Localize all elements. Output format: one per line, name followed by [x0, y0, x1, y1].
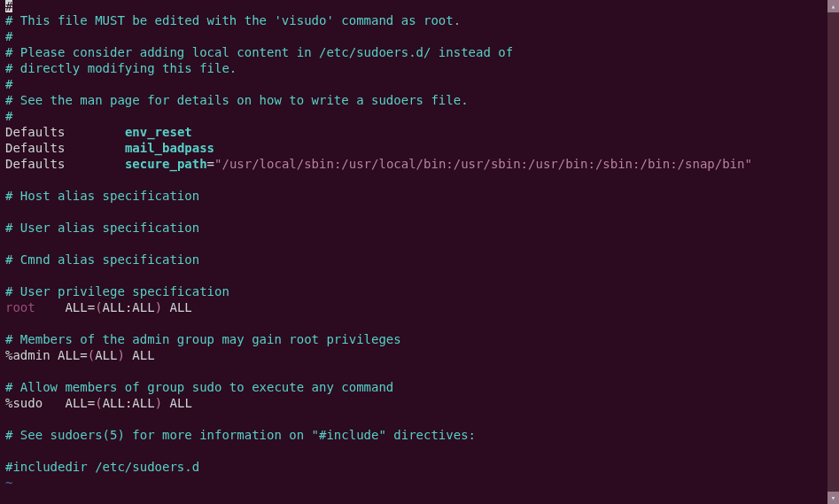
comment-user-priv: # User privilege specification [5, 283, 834, 299]
sudo-privilege-line: %sudo ALL=(ALL:ALL) ALL [5, 395, 834, 411]
blank-line [5, 443, 834, 459]
comment-host-alias: # Host alias specification [5, 188, 834, 204]
blank-line [5, 411, 834, 427]
comment-admin-group: # Members of the admin group may gain ro… [5, 331, 834, 347]
cursor-line: # [5, 0, 834, 12]
blank-line [5, 172, 834, 188]
comment-line: # [5, 28, 834, 44]
blank-line [5, 204, 834, 220]
editor-content[interactable]: # # This file MUST be edited with the 'v… [5, 0, 834, 491]
comment-line: # directly modifying this file. [5, 60, 834, 76]
comment-line: # [5, 76, 834, 92]
includedir-line: #includedir /etc/sudoers.d [5, 459, 834, 475]
cursor: # [5, 0, 12, 12]
defaults-mail-badpass: Defaults mail_badpass [5, 140, 834, 156]
comment-line: # This file MUST be edited with the 'vis… [5, 12, 834, 28]
comment-user-alias: # User alias specification [5, 220, 834, 236]
blank-line [5, 315, 834, 331]
scroll-up-icon[interactable]: ▴ [827, 0, 839, 12]
comment-line: # Please consider adding local content i… [5, 44, 834, 60]
comment-cmnd-alias: # Cmnd alias specification [5, 252, 834, 268]
comment-include: # See sudoers(5) for more information on… [5, 427, 834, 443]
blank-line [5, 268, 834, 283]
scrollbar[interactable]: ▴ ▾ [827, 0, 839, 504]
scroll-down-icon[interactable]: ▾ [827, 492, 839, 504]
empty-line-tilde: ~ [5, 475, 834, 491]
blank-line [5, 363, 834, 379]
defaults-env-reset: Defaults env_reset [5, 124, 834, 140]
blank-line [5, 236, 834, 252]
scrollbar-track[interactable] [827, 12, 839, 492]
defaults-secure-path: Defaults secure_path="/usr/local/sbin:/u… [5, 156, 834, 172]
comment-line: # [5, 108, 834, 124]
admin-privilege-line: %admin ALL=(ALL) ALL [5, 347, 834, 363]
comment-line: # See the man page for details on how to… [5, 92, 834, 108]
comment-sudo-group: # Allow members of group sudo to execute… [5, 379, 834, 395]
root-privilege-line: root ALL=(ALL:ALL) ALL [5, 299, 834, 315]
